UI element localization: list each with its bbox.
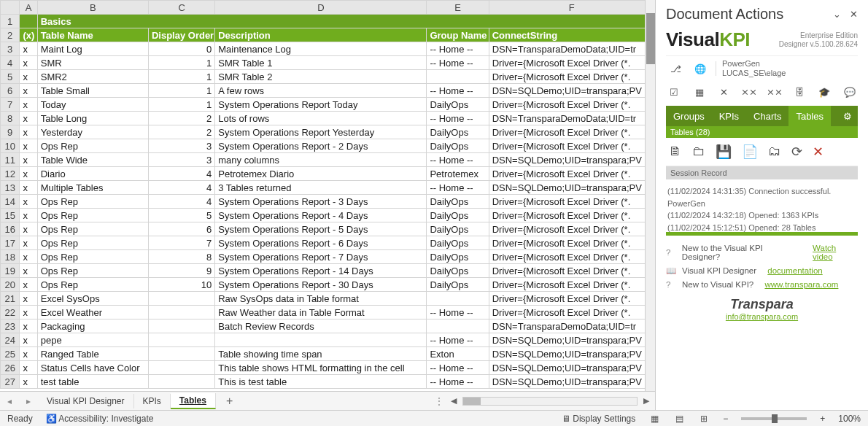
cell-group-name[interactable]: DailyOps — [427, 139, 489, 153]
row-hdr[interactable]: 16 — [1, 222, 20, 236]
documentation-link[interactable]: documentation — [767, 266, 822, 275]
cell-description[interactable]: System Operations Report Today — [215, 98, 427, 112]
row-hdr[interactable]: 18 — [1, 250, 20, 264]
cell-connect-string[interactable]: DSN=TransparaDemoData;UID=tr — [489, 112, 654, 125]
sheet-tab-designer[interactable]: Visual KPI Designer — [38, 394, 134, 408]
cell-description[interactable]: This is test table — [215, 375, 427, 389]
cell-description[interactable]: System Operations Report - 3 Days — [215, 195, 427, 209]
table-row[interactable]: 2 (x) Table Name Display Order Descripti… — [1, 28, 655, 42]
cell-display-order[interactable] — [148, 361, 214, 375]
refresh-icon[interactable]: ⟳ — [791, 144, 802, 160]
cell-connect-string[interactable]: Driver={Microsoft Excel Driver (*. — [489, 98, 654, 112]
cell-connect-string[interactable]: Driver={Microsoft Excel Driver (*. — [489, 278, 654, 292]
table-row[interactable]: 4xSMR1SMR Table 1-- Home --Driver={Micro… — [1, 56, 655, 70]
cell-description[interactable]: SMR Table 2 — [215, 70, 427, 84]
cell-display-order[interactable] — [148, 347, 214, 361]
cell-connect-string[interactable]: DSN=SQLDemo;UID=transpara;PV — [489, 181, 654, 195]
cell-x[interactable]: x — [20, 264, 37, 278]
graduation-icon[interactable]: 🎓 — [816, 84, 832, 100]
cell-display-order[interactable]: 2 — [148, 112, 214, 125]
table-row[interactable]: 26xStatus Cells have ColorThis table sho… — [1, 361, 655, 375]
row-hdr[interactable]: 3 — [1, 42, 20, 56]
cell-description[interactable]: System Operations Report - 4 Days — [215, 209, 427, 222]
row-hdr[interactable]: 7 — [1, 98, 20, 112]
cell-group-name[interactable]: DailyOps — [427, 125, 489, 139]
cell-display-order[interactable]: 4 — [148, 195, 214, 209]
table-row[interactable]: 22xExcel WeatherRaw Weather data in Tabl… — [1, 306, 655, 320]
display-settings-button[interactable]: 🖥 Display Settings — [562, 414, 635, 424]
sheet-tab-tables[interactable]: Tables — [171, 393, 216, 409]
cell-x[interactable]: x — [20, 361, 37, 375]
cell-x[interactable]: x — [20, 375, 37, 389]
globe-icon[interactable]: 🌐 — [691, 61, 710, 77]
row-hdr[interactable]: 5 — [1, 70, 20, 84]
table-row[interactable]: 13xMultiple Tables43 Tables returned-- H… — [1, 181, 655, 195]
cell-table-name[interactable]: Ops Rep — [37, 222, 148, 236]
cell-table-name[interactable]: Table Wide — [37, 153, 148, 167]
hscroll-right-icon[interactable]: ▶ — [643, 396, 649, 406]
cell-table-name[interactable]: Multiple Tables — [37, 181, 148, 195]
col-hdr-b[interactable]: B — [37, 1, 148, 15]
cell-x[interactable]: x — [20, 347, 37, 361]
cell-x[interactable]: x — [20, 70, 37, 84]
save-icon[interactable]: 💾 — [716, 144, 732, 160]
add-sheet-button[interactable]: + — [216, 395, 243, 408]
checklist-icon[interactable]: ☑ — [666, 84, 682, 100]
cell-description[interactable]: System Operations Report - 30 Days — [215, 278, 427, 292]
cell-connect-string[interactable]: DSN=TransparaDemoData;UID=tr — [489, 320, 654, 333]
table-row[interactable]: 20xOps Rep10System Operations Report - 3… — [1, 278, 655, 292]
cell-display-order[interactable]: 10 — [148, 278, 214, 292]
cell-x[interactable]: x — [20, 98, 37, 112]
cell-description[interactable]: Raw SysOps data in Table format — [215, 292, 427, 306]
tab-groups[interactable]: Groups — [666, 106, 712, 126]
cell-display-order[interactable]: 3 — [148, 139, 214, 153]
cell-connect-string[interactable]: DSN=SQLDemo;UID=transpara;PV — [489, 375, 654, 389]
cell-description[interactable] — [215, 333, 427, 347]
cell-display-order[interactable]: 1 — [148, 70, 214, 84]
cell-table-name[interactable]: SMR — [37, 56, 148, 70]
cell-x[interactable]: x — [20, 56, 37, 70]
view-pagelayout-icon[interactable]: ▤ — [673, 414, 685, 424]
cell-x[interactable]: x — [20, 153, 37, 167]
row-hdr[interactable]: 21 — [1, 292, 20, 306]
cell-group-name[interactable] — [427, 70, 489, 84]
cell-display-order[interactable] — [148, 292, 214, 306]
cell-display-order[interactable] — [148, 375, 214, 389]
cell-description[interactable]: Table showing time span — [215, 347, 427, 361]
gear-icon[interactable]: ⚙ — [837, 111, 858, 122]
cell-connect-string[interactable]: DSN=SQLDemo;UID=transpara;PV — [489, 153, 654, 167]
cell-connect-string[interactable]: Driver={Microsoft Excel Driver (*. — [489, 264, 654, 278]
cell-display-order[interactable]: 6 — [148, 222, 214, 236]
table-row[interactable]: 18xOps Rep8System Operations Report - 7 … — [1, 250, 655, 264]
cell-display-order[interactable]: 4 — [148, 167, 214, 181]
cell-group-name[interactable]: Petrotemex — [427, 167, 489, 181]
cell-table-name[interactable]: pepe — [37, 333, 148, 347]
cell-table-name[interactable]: Ranged Table — [37, 347, 148, 361]
cell-description[interactable]: System Operations Report - 5 Days — [215, 222, 427, 236]
cell-display-order[interactable]: 9 — [148, 264, 214, 278]
cell-table-name[interactable]: Excel Weather — [37, 306, 148, 320]
row-hdr[interactable]: 8 — [1, 112, 20, 125]
table-row[interactable]: 7xToday1System Operations Report TodayDa… — [1, 98, 655, 112]
row-hdr[interactable]: 4 — [1, 56, 20, 70]
multi-x-icon[interactable]: ⨯⨯ — [741, 84, 757, 100]
cell-description[interactable]: System Operations Report - 14 Days — [215, 264, 427, 278]
col-hdr-e[interactable]: E — [427, 1, 489, 15]
cell-connect-string[interactable]: Driver={Microsoft Excel Driver (*. — [489, 56, 654, 70]
email-link[interactable]: info@transpara.com — [726, 312, 798, 321]
cell-group-name[interactable]: DailyOps — [427, 195, 489, 209]
cell-table-name[interactable]: test table — [37, 375, 148, 389]
table-row[interactable]: 11xTable Wide3many columns-- Home --DSN=… — [1, 153, 655, 167]
table-row[interactable]: 17xOps Rep7System Operations Report - 6 … — [1, 236, 655, 250]
cell-display-order[interactable] — [148, 333, 214, 347]
view-normal-icon[interactable]: ▦ — [648, 414, 660, 424]
page-icon[interactable]: 📄 — [742, 144, 758, 160]
cell-group-name[interactable]: DailyOps — [427, 222, 489, 236]
col-hdr-f[interactable]: F — [489, 1, 654, 15]
cell-connect-string[interactable]: DSN=SQLDemo;UID=transpara;PV — [489, 361, 654, 375]
cell-group-name[interactable]: -- Home -- — [427, 112, 489, 125]
cell-connect-string[interactable]: Driver={Microsoft Excel Driver (*. — [489, 222, 654, 236]
database-icon[interactable]: 🗄 — [791, 84, 807, 100]
delete-icon[interactable]: ✕ — [813, 144, 824, 160]
row-hdr[interactable]: 25 — [1, 347, 20, 361]
